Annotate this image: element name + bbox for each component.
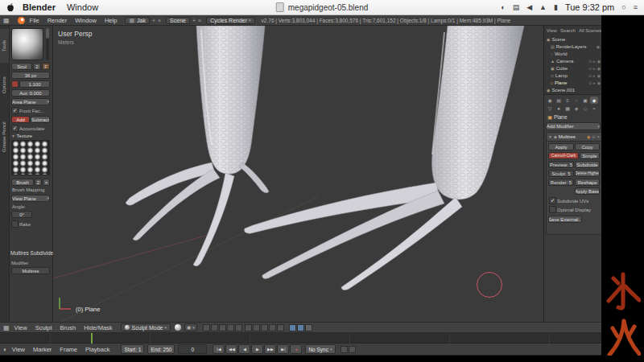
start-frame-field[interactable]: Start: 1 [121, 344, 144, 354]
simple-button[interactable]: Simple [580, 152, 600, 159]
render-visibility-icon[interactable]: ◉ [587, 134, 590, 139]
texture-users-button[interactable]: 2 [35, 179, 42, 186]
world-tab[interactable]: ○ [572, 97, 580, 104]
jump-to-end-button[interactable]: ▶| [277, 344, 289, 354]
jump-to-start-button[interactable]: |◀ [213, 344, 225, 354]
layer-toggle[interactable] [269, 324, 276, 331]
layer-toggle[interactable] [203, 324, 210, 331]
modifiers-tab[interactable]: ◆ [590, 97, 598, 104]
save-external-button[interactable]: Save External... [548, 216, 582, 223]
render-menu[interactable]: Render [47, 17, 68, 24]
tab-options[interactable]: Options [0, 66, 9, 105]
scene-selector[interactable]: Scene [166, 17, 190, 24]
copy-button[interactable]: Copy [575, 143, 600, 150]
viewport-visibility-icon[interactable]: ⊙ [592, 134, 595, 139]
optimal-display-checkbox[interactable] [549, 206, 556, 213]
add-modifier-dropdown[interactable]: Add Modifier ▾ [546, 122, 601, 130]
eye-icon[interactable]: ⊙ [588, 59, 592, 64]
pivot-dropdown[interactable]: ◉ ▾ [184, 323, 197, 331]
strength-slider[interactable]: 1.100 [19, 80, 50, 88]
outliner-search-menu[interactable]: Search [560, 28, 576, 33]
brush-preview[interactable] [11, 28, 43, 60]
prev-keyframe-button[interactable]: ◀◀ [225, 344, 237, 354]
eye-icon[interactable]: ⊙ [588, 66, 592, 71]
keying-set-icon[interactable] [341, 346, 348, 353]
layout-delete-button[interactable]: × [158, 18, 161, 23]
play-reverse-button[interactable]: ◀ [238, 344, 250, 354]
apply-button[interactable]: Apply [548, 143, 574, 150]
spotlight-icon[interactable]: ○ [621, 3, 625, 11]
current-frame-field[interactable]: 0 [178, 344, 207, 354]
add-button[interactable]: Add [11, 116, 30, 123]
frame-menu[interactable]: Frame [60, 346, 77, 353]
layer-toggle[interactable] [235, 324, 242, 331]
radius-slider[interactable]: 36 px [11, 72, 50, 79]
outliner-row-scene[interactable]: ◉ Scene [544, 35, 602, 43]
timeline-view-menu[interactable]: View [12, 346, 25, 353]
display-icon[interactable]: ▤ [513, 3, 520, 11]
brush-scrollbar[interactable] [46, 28, 49, 60]
select-icon[interactable]: ▸ [593, 73, 596, 78]
brush-mapping-dropdown[interactable]: View Plane ▾ [11, 195, 50, 202]
3d-viewport[interactable]: User Persp Meters (0) Plane [53, 26, 543, 322]
apply-base-button[interactable]: Apply Base [575, 187, 600, 195]
subdivide-button[interactable]: Subdivide [575, 161, 600, 168]
render-toggle-icon[interactable]: ◉ [597, 66, 601, 71]
collapse-icon[interactable]: ▼ [548, 134, 552, 139]
constraints-tab[interactable]: ≈ [590, 105, 598, 112]
data-tab[interactable]: ▽ [546, 105, 554, 112]
next-keyframe-button[interactable]: ▶▶ [264, 344, 276, 354]
physics-tab[interactable]: ◇ [581, 105, 589, 112]
sculpt-plane-dropdown[interactable]: Area Plane ▾ [11, 98, 50, 105]
tab-grease-pencil[interactable]: Grease Pencil [0, 108, 9, 166]
render-level-field[interactable]: Render: 5 [548, 179, 574, 186]
front-faces-checkbox[interactable]: ✓ [11, 107, 19, 114]
brush-users-button[interactable]: 2 [33, 63, 41, 70]
fake-user-button[interactable]: F [42, 63, 50, 70]
outliner-view-menu[interactable]: View [547, 28, 557, 33]
render-toggle-icon[interactable]: ◉ [597, 73, 601, 78]
app-menu[interactable]: Blender [23, 2, 56, 12]
angle-field[interactable]: 0° [11, 211, 32, 218]
scene-add-button[interactable]: + [192, 18, 196, 23]
select-icon[interactable]: ▸ [593, 59, 596, 64]
scene-delete-button[interactable]: × [198, 18, 201, 23]
select-icon[interactable]: ▸ [593, 66, 596, 71]
notification-center-icon[interactable]: ≡ [634, 3, 638, 11]
timeline-editor-icon[interactable]: ◐ [3, 346, 7, 353]
outliner-row-cube[interactable]: ▣ Cube ⊙ ▸ ◉ [544, 64, 602, 72]
select-icon[interactable]: ▸ [593, 80, 596, 85]
brush-name-field[interactable]: Scul [11, 63, 32, 70]
layer-toggle[interactable] [253, 324, 260, 331]
playback-menu[interactable]: Playback [85, 346, 109, 353]
wifi-icon[interactable]: ▲ [539, 3, 547, 11]
eye-icon[interactable]: ⊙ [588, 80, 592, 85]
delete-higher-button[interactable]: Delete Higher [575, 170, 600, 177]
window-menu-blender[interactable]: Window [75, 17, 97, 24]
render-toggle-icon[interactable]: ◉ [597, 59, 601, 64]
editor-type-icon[interactable]: ▦ [3, 17, 10, 24]
sculpt-level-field[interactable]: Sculpt: 5 [548, 170, 574, 177]
help-menu[interactable]: Help [105, 17, 117, 24]
layer-toggle[interactable] [219, 324, 226, 331]
marker-menu[interactable]: Marker [33, 346, 52, 353]
editor-type-icon[interactable]: ▦ [3, 324, 10, 331]
timeline-ruler[interactable] [0, 333, 601, 343]
rake-checkbox[interactable] [11, 220, 19, 228]
outliner-row-camera[interactable]: ▲ Camera ⊙ ▸ ◉ [544, 57, 602, 64]
menubar-clock[interactable]: Tue 9:32 pm [565, 2, 614, 12]
render-border-toggle[interactable] [305, 324, 312, 331]
subdivide-uvs-checkbox[interactable]: ✓ [549, 197, 556, 204]
layer-toggle[interactable] [211, 324, 218, 331]
keyframe-insert-icon[interactable] [349, 346, 356, 353]
render-layers-tab[interactable]: ▤ [555, 97, 563, 104]
outliner-row-lamp[interactable]: ◇ Lamp ⊙ ▸ ◉ [544, 72, 602, 79]
subtract-button[interactable]: Subtract [31, 116, 50, 123]
layer-toggle[interactable] [227, 324, 234, 331]
outliner-row-world[interactable]: ○ World [544, 50, 602, 57]
outliner-display-mode[interactable]: All Scenes [579, 28, 601, 33]
outliner-row-scene-001[interactable]: ◉ Scene.001 [544, 86, 602, 93]
render-tab[interactable]: ◉ [546, 97, 554, 104]
render-engine-selector[interactable]: Cycles Render ▾ [206, 17, 254, 24]
particles-tab[interactable]: ◈ [572, 105, 580, 112]
